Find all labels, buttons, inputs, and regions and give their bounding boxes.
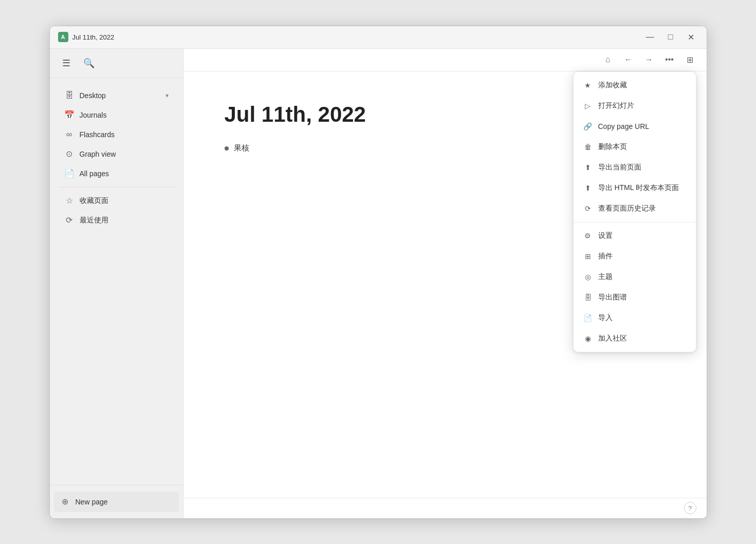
- sidebar-label-journals: Journals: [80, 111, 107, 119]
- search-icon: 🔍: [83, 58, 95, 69]
- recent-icon: ⟳: [64, 215, 75, 226]
- pages-icon: 📄: [64, 168, 75, 179]
- theme-icon: ◎: [583, 272, 593, 282]
- star-menu-icon: ★: [583, 80, 593, 90]
- plus-circle-icon: ⊕: [60, 497, 70, 507]
- menu-section-1: ★ 添加收藏 ▷ 打开幻灯片 🔗 Copy page URL 🗑: [574, 72, 696, 222]
- plugins-label: 插件: [598, 252, 613, 261]
- community-icon: ◉: [583, 333, 593, 344]
- menu-item-open-slideshow[interactable]: ▷ 打开幻灯片: [574, 96, 696, 116]
- sidebar-label-all-pages: All pages: [80, 170, 109, 178]
- context-menu: ★ 添加收藏 ▷ 打开幻灯片 🔗 Copy page URL 🗑: [573, 71, 696, 352]
- sidebar-item-graph-view[interactable]: ⊙ Graph view: [54, 145, 179, 163]
- maximize-button[interactable]: □: [663, 30, 678, 44]
- import-icon: 📄: [583, 313, 593, 323]
- titlebar-controls: — □ ✕: [643, 30, 698, 44]
- view-history-label: 查看页面历史记录: [598, 204, 656, 213]
- theme-label: 主题: [598, 272, 613, 282]
- menu-item-copy-url[interactable]: 🔗 Copy page URL: [574, 116, 696, 137]
- nav-divider: [58, 187, 175, 187]
- arrow-icon: ▾: [165, 92, 169, 99]
- menu-item-plugins[interactable]: ⊞ 插件: [574, 246, 696, 267]
- menu-item-view-history[interactable]: ⟳ 查看页面历史记录: [574, 198, 696, 219]
- titlebar: A Jul 11th, 2022 — □ ✕: [50, 26, 707, 49]
- export-current-label: 导出当前页面: [598, 163, 641, 172]
- import-label: 导入: [598, 313, 613, 323]
- settings-icon: ⚙: [583, 231, 593, 241]
- menu-item-import[interactable]: 📄 导入: [574, 308, 696, 328]
- history-icon: ⟳: [583, 203, 593, 214]
- sidebar-label-desktop: Desktop: [80, 91, 106, 100]
- menu-item-join-community[interactable]: ◉ 加入社区: [574, 328, 696, 349]
- sidebar: ☰ 🔍 🗄 Desktop ▾ 📅 Journ: [50, 49, 183, 518]
- sidebar-nav: 🗄 Desktop ▾ 📅 Journals ∞ Flashcards: [50, 78, 183, 485]
- export-graph-icon: 🗄: [583, 292, 593, 303]
- new-page-label: New page: [76, 498, 108, 506]
- play-icon: ▷: [583, 101, 593, 111]
- app-icon: A: [58, 32, 68, 42]
- export-graph-label: 导出图谱: [598, 293, 627, 302]
- menu-item-delete-page[interactable]: 🗑 删除本页: [574, 137, 696, 157]
- copy-url-label: Copy page URL: [598, 122, 650, 130]
- new-page-button[interactable]: ⊕ New page: [54, 492, 179, 512]
- export-html-icon: ⬆: [583, 183, 593, 193]
- export-icon: ⬆: [583, 162, 593, 173]
- sidebar-item-flashcards[interactable]: ∞ Flashcards: [54, 125, 179, 144]
- settings-label: 设置: [598, 231, 613, 240]
- add-favorite-label: 添加收藏: [598, 81, 627, 90]
- database-icon: 🗄: [64, 90, 75, 101]
- search-button[interactable]: 🔍: [81, 55, 97, 71]
- sidebar-item-recent[interactable]: ⟳ 最近使用: [54, 211, 179, 230]
- hamburger-icon: ☰: [62, 58, 70, 69]
- sidebar-label-recent: 最近使用: [80, 216, 108, 225]
- content-area: ⌂ ← → ••• ⊞ Jul 11th, 2022: [183, 49, 707, 518]
- close-button[interactable]: ✕: [684, 30, 698, 44]
- plugins-icon: ⊞: [583, 251, 593, 261]
- infinity-icon: ∞: [64, 129, 75, 140]
- sidebar-label-flashcards: Flashcards: [80, 130, 115, 139]
- main-layout: ☰ 🔍 🗄 Desktop ▾ 📅 Journ: [50, 49, 707, 518]
- menu-section-2: ⚙ 设置 ⊞ 插件 ◎ 主题 🗄 导出图谱: [574, 222, 696, 352]
- sidebar-label-favorites: 收藏页面: [80, 196, 108, 205]
- sidebar-label-graph-view: Graph view: [80, 150, 116, 158]
- menu-item-add-favorite[interactable]: ★ 添加收藏: [574, 75, 696, 96]
- overlay[interactable]: ★ 添加收藏 ▷ 打开幻灯片 🔗 Copy page URL 🗑: [183, 49, 707, 518]
- sidebar-item-desktop[interactable]: 🗄 Desktop ▾: [54, 86, 179, 105]
- titlebar-title: Jul 11th, 2022: [72, 33, 115, 41]
- star-icon: ☆: [64, 196, 75, 206]
- sidebar-item-journals[interactable]: 📅 Journals: [54, 106, 179, 124]
- delete-page-label: 删除本页: [598, 142, 627, 152]
- menu-item-export-graph[interactable]: 🗄 导出图谱: [574, 287, 696, 308]
- menu-item-export-html[interactable]: ⬆ 导出 HTML 时发布本页面: [574, 178, 696, 198]
- export-html-label: 导出 HTML 时发布本页面: [598, 183, 679, 193]
- open-slideshow-label: 打开幻灯片: [598, 101, 634, 110]
- menu-button[interactable]: ☰: [58, 55, 75, 71]
- join-community-label: 加入社区: [598, 334, 627, 343]
- menu-item-theme[interactable]: ◎ 主题: [574, 267, 696, 287]
- link-icon: 🔗: [583, 121, 593, 132]
- delete-icon: 🗑: [583, 142, 593, 152]
- sidebar-bottom: ⊕ New page: [50, 485, 183, 518]
- sidebar-item-all-pages[interactable]: 📄 All pages: [54, 164, 179, 183]
- menu-item-settings[interactable]: ⚙ 设置: [574, 226, 696, 246]
- sidebar-top: ☰ 🔍: [50, 49, 183, 78]
- calendar-icon: 📅: [64, 110, 75, 120]
- graph-icon: ⊙: [64, 149, 75, 159]
- sidebar-item-favorites[interactable]: ☆ 收藏页面: [54, 192, 179, 210]
- menu-item-export-current[interactable]: ⬆ 导出当前页面: [574, 157, 696, 178]
- minimize-button[interactable]: —: [643, 30, 657, 44]
